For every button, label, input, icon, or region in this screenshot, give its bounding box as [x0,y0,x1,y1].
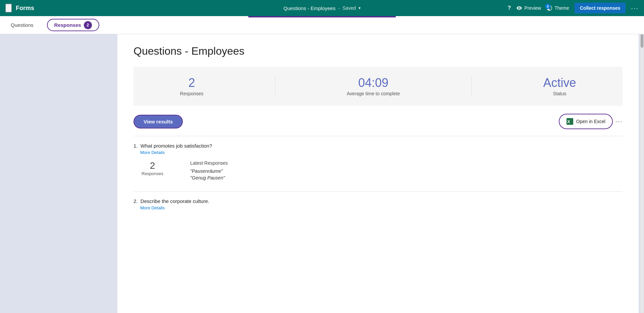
nav-left: ⊞ Forms [5,4,34,12]
stat-responses-value: 2 [180,76,204,90]
q1-number: 1. [133,143,138,149]
open-excel-button[interactable]: X Open in Excel [559,114,613,129]
q1-latest-title: Latest Responses [190,160,228,166]
excel-more-button[interactable]: ··· [615,118,623,125]
question-item-2: 2. Describe the corporate culture. More … [133,198,623,210]
excel-actions: X Open in Excel ··· [559,114,623,129]
help-button[interactable]: ? [508,5,511,11]
waffle-menu-icon[interactable]: ⊞ [5,4,12,12]
q1-response-1: "Pausenräume" [190,168,228,174]
q2-more-details-link[interactable]: More Details [140,205,623,210]
responses-count-badge: 2 [84,21,92,29]
stats-box: 2 Responses 04:09 Average time to comple… [133,67,623,106]
scrollbar-track [641,34,643,313]
action-bar: View results X Open in Excel ··· [133,114,623,129]
stat-divider-2 [471,76,472,96]
preview-label: Preview [524,5,541,11]
stat-status: Active Status [543,76,576,96]
stat-status-label: Status [543,91,576,96]
form-title: Questions - Employees [133,45,623,57]
question-2-text: 2. Describe the corporate culture. [133,198,623,204]
question-1-text: 1. What promotes job satisfaction? [133,143,623,149]
preview-icon [516,5,522,11]
responses-tab-label: Responses [54,22,81,28]
stat-responses: 2 Responses [180,76,204,96]
stat-avg-time-value: 04:09 [347,76,400,90]
theme-label: Theme [554,5,569,11]
preview-button[interactable]: Preview [516,5,541,11]
tab-questions[interactable]: Questions [0,16,44,34]
saved-status: Saved [342,5,356,11]
tab-responses[interactable]: Responses 2 [47,19,99,31]
more-options-button[interactable]: ··· [631,4,639,12]
right-sidebar [639,34,644,313]
app-title: Forms [16,5,34,12]
main-layout: Questions - Employees 2 Responses 04:09 … [0,34,644,313]
theme-button-wrap: 0 Theme [546,5,569,11]
chevron-down-icon[interactable]: ▾ [359,6,361,10]
nav-center: Questions - Employees - Saved ▾ [283,5,361,11]
open-excel-label: Open in Excel [576,119,605,124]
q1-response-num: 2 [142,160,163,171]
tab-top-line [248,16,396,17]
stat-responses-label: Responses [180,91,204,96]
stat-avg-time-label: Average time to complete [347,91,400,96]
q1-stats: 2 Responses Latest Responses "Pausenräum… [133,160,623,182]
q1-response-2: "Genug Pausen" [190,175,228,180]
q1-response-count: 2 Responses [142,160,163,176]
tab-bar: Questions Responses 2 [0,16,644,34]
center-panel: Questions - Employees 2 Responses 04:09 … [117,34,639,313]
q1-response-label: Responses [142,171,163,176]
divider-1 [133,136,623,136]
form-name: Questions - Employees [283,5,335,11]
stat-avg-time: 04:09 Average time to complete [347,76,400,96]
scrollbar-thumb[interactable] [641,34,643,48]
view-results-button[interactable]: View results [133,115,183,128]
left-sidebar [0,34,117,313]
q2-number: 2. [133,198,138,204]
q1-latest-responses: Latest Responses "Pausenräume" "Genug Pa… [190,160,228,182]
question-item-1: 1. What promotes job satisfaction? More … [133,143,623,182]
q1-more-details-link[interactable]: More Details [140,150,623,155]
nav-right: ? Preview 0 Theme Collect responses ··· [508,3,639,13]
excel-icon: X [566,118,574,125]
top-nav: ⊞ Forms Questions - Employees - Saved ▾ … [0,0,644,16]
collect-responses-button[interactable]: Collect responses [575,3,626,13]
svg-text:X: X [567,119,570,124]
q2-text: Describe the corporate culture. [141,198,209,204]
stat-status-value: Active [543,76,576,90]
q1-text: What promotes job satisfaction? [141,143,212,149]
divider-2 [133,191,623,192]
stat-divider-1 [275,76,275,96]
